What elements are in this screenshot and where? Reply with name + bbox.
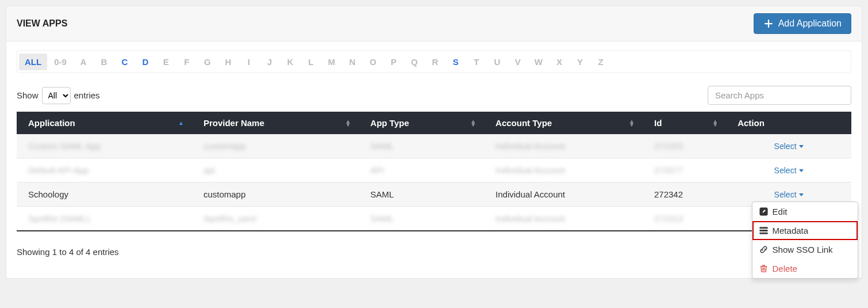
filter-letter-U[interactable]: U: [487, 54, 507, 70]
add-application-label: Add Application: [778, 18, 842, 29]
svg-rect-6: [762, 233, 767, 234]
cell-apptype: SAML: [359, 134, 484, 158]
link-icon: [759, 245, 768, 254]
cell-accounttype: Individual Account: [484, 158, 643, 182]
add-application-button[interactable]: Add Application: [754, 13, 851, 34]
filter-letter-A[interactable]: A: [74, 54, 93, 70]
svg-rect-2: [762, 227, 767, 229]
select-action[interactable]: Select: [774, 166, 804, 175]
filter-letter-R[interactable]: R: [425, 54, 445, 70]
col-provider[interactable]: Provider Name ▲▼: [192, 112, 359, 134]
cell-application: Default API App: [17, 158, 192, 182]
plus-icon: [763, 18, 774, 29]
cell-id: 272313: [643, 207, 726, 231]
entries-label: entries: [74, 90, 100, 100]
col-apptype[interactable]: App Type ▲▼: [359, 112, 484, 134]
table-row: Default API AppapiAPIIndividual Account2…: [17, 158, 851, 182]
filter-letter-T[interactable]: T: [467, 54, 486, 70]
sort-icon: ▲▼: [629, 120, 635, 127]
apps-panel: VIEW APPS Add Application ALL 0-9ABCDEFG…: [6, 6, 862, 279]
filter-letter-K[interactable]: K: [281, 54, 300, 70]
show-label: Show: [17, 90, 39, 100]
filter-letter-F[interactable]: F: [177, 54, 197, 70]
cell-action: Select: [726, 158, 851, 182]
controls-row: Show All entries: [17, 86, 851, 105]
filter-letter-M[interactable]: M: [322, 54, 341, 70]
col-application[interactable]: Application ▲: [17, 112, 192, 134]
table-row: SchoologycustomappSAMLIndividual Account…: [17, 182, 851, 207]
filter-letter-J[interactable]: J: [260, 54, 279, 70]
svg-rect-5: [759, 233, 761, 234]
table-row: Custom SAML AppcustomappSAMLIndividual A…: [17, 134, 851, 158]
filter-letter-Y[interactable]: Y: [570, 54, 590, 70]
filter-letter-D[interactable]: D: [136, 54, 155, 70]
filter-letter-S[interactable]: S: [446, 54, 466, 70]
filter-letter-E[interactable]: E: [156, 54, 176, 70]
select-action[interactable]: Select: [774, 142, 804, 151]
filter-letter-I[interactable]: I: [239, 54, 259, 70]
footer-info: Showing 1 to 4 of 4 entries: [17, 247, 119, 257]
filter-letter-H[interactable]: H: [218, 54, 238, 70]
cell-application: Custom SAML App: [17, 134, 192, 158]
cell-provider: Spotfire_saml: [192, 207, 359, 231]
filter-letter-O[interactable]: O: [363, 54, 383, 70]
filter-letter-W[interactable]: W: [529, 54, 548, 70]
action-dropdown: Edit Metadata Show SSO Link Delete: [752, 201, 858, 279]
cell-action: Select: [726, 134, 851, 158]
svg-rect-4: [762, 230, 767, 231]
cell-id: 272342: [643, 182, 726, 207]
sort-icon: ▲▼: [712, 120, 718, 127]
filter-letter-L[interactable]: L: [301, 54, 321, 70]
search-input[interactable]: [708, 86, 851, 105]
filter-letter-G[interactable]: G: [198, 54, 217, 70]
table-header-row: Application ▲ Provider Name ▲▼ App Type …: [17, 112, 851, 134]
select-action[interactable]: Select: [774, 190, 804, 199]
col-id[interactable]: Id ▲▼: [643, 112, 726, 134]
cell-id: 272077: [643, 158, 726, 182]
filter-all[interactable]: ALL: [19, 54, 47, 70]
cell-apptype: SAML: [359, 207, 484, 231]
col-accounttype[interactable]: Account Type ▲▼: [484, 112, 643, 134]
filter-letter-B[interactable]: B: [94, 54, 114, 70]
panel-header: VIEW APPS Add Application: [6, 6, 862, 41]
filter-letter-0-9[interactable]: 0-9: [48, 54, 72, 70]
table-row: Spotfire (SAML)Spotfire_samlSAMLIndividu…: [17, 207, 851, 231]
list-icon: [759, 226, 768, 235]
edit-icon: [759, 207, 768, 216]
cell-accounttype: Individual Account: [484, 207, 643, 231]
alphabet-filter: ALL 0-9ABCDEFGHIJKLMNOPQRSTUVWXYZ: [17, 50, 851, 73]
apps-table: Application ▲ Provider Name ▲▼ App Type …: [17, 112, 851, 231]
dropdown-delete[interactable]: Delete: [752, 259, 858, 278]
cell-id: 272325: [643, 134, 726, 158]
entries-select: Show All entries: [17, 87, 100, 104]
filter-letter-Z[interactable]: Z: [591, 54, 610, 70]
dropdown-sso[interactable]: Show SSO Link: [752, 240, 858, 259]
cell-provider: api: [192, 158, 359, 182]
trash-icon: [759, 264, 768, 273]
cell-provider: customapp: [192, 134, 359, 158]
dropdown-edit[interactable]: Edit: [752, 202, 858, 221]
sort-icon: ▲▼: [345, 120, 351, 127]
table-footer: Showing 1 to 4 of 4 entries First Previo…: [17, 242, 851, 262]
page-title: VIEW APPS: [17, 18, 67, 29]
filter-letter-P[interactable]: P: [384, 54, 404, 70]
dropdown-metadata[interactable]: Metadata: [752, 221, 858, 240]
sort-icon: ▲: [178, 121, 184, 125]
svg-rect-3: [759, 230, 761, 231]
svg-rect-1: [759, 227, 761, 229]
cell-accounttype: Individual Account: [484, 134, 643, 158]
filter-letter-V[interactable]: V: [508, 54, 528, 70]
entries-dropdown[interactable]: All: [42, 87, 71, 104]
sort-icon: ▲▼: [470, 120, 476, 127]
filter-letter-X[interactable]: X: [550, 54, 569, 70]
cell-application: Schoology: [17, 182, 192, 207]
filter-letter-N[interactable]: N: [343, 54, 362, 70]
filter-letter-C[interactable]: C: [115, 54, 135, 70]
table-body: Custom SAML AppcustomappSAMLIndividual A…: [17, 134, 851, 231]
filter-letter-Q[interactable]: Q: [405, 54, 424, 70]
cell-accounttype: Individual Account: [484, 182, 643, 207]
cell-application: Spotfire (SAML): [17, 207, 192, 231]
col-action: Action: [726, 112, 851, 134]
cell-apptype: API: [359, 158, 484, 182]
cell-provider: customapp: [192, 182, 359, 207]
